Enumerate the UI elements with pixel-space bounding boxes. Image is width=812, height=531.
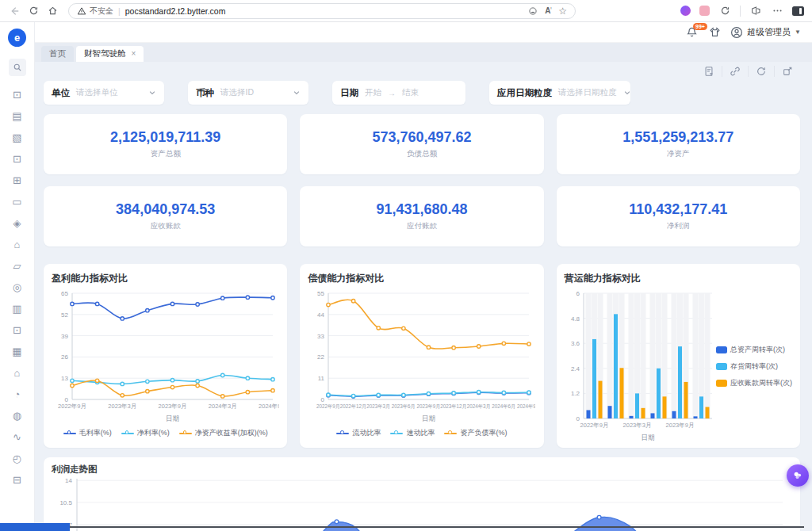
sidebar-item-chart-image-icon[interactable]: ▧	[0, 127, 35, 148]
sidebar-item-wallet-icon[interactable]: ▭	[0, 191, 35, 212]
assistant-float-button[interactable]	[787, 464, 809, 487]
legend-item[interactable]: 毛利率(%)	[63, 428, 112, 438]
svg-text:14: 14	[65, 477, 72, 484]
svg-text:2022年9月: 2022年9月	[316, 403, 340, 410]
stat-label: 应付账款	[407, 221, 437, 231]
stat-card: 384,040,974.53应收账款	[44, 186, 287, 246]
sidebar-item-shield-icon[interactable]: ◈	[0, 212, 35, 234]
legend-label: 总资产周转率(次)	[730, 345, 785, 355]
svg-text:2024年6月: 2024年6月	[492, 403, 516, 410]
notification-badge: 99+	[693, 23, 707, 30]
svg-text:2022年9月: 2022年9月	[58, 403, 86, 410]
sidebar-item-globe-icon[interactable]: ◍	[0, 405, 35, 426]
refresh-button[interactable]	[748, 66, 774, 77]
share-link-button[interactable]	[722, 66, 748, 77]
sidebar-item-bank-icon[interactable]: ⌂	[0, 234, 35, 255]
svg-text:39: 39	[61, 333, 68, 340]
date-range-picker[interactable]: 日期 开始 → 结束	[332, 81, 465, 105]
sidebar-item-monitor-icon[interactable]: ⊡	[0, 84, 35, 105]
sidebar-item-calendar-icon[interactable]: ▦	[0, 341, 35, 362]
sidebar-item-monitor-icon[interactable]: ⊡	[0, 148, 35, 170]
fullscreen-button[interactable]	[774, 66, 800, 77]
currency-select[interactable]: 币种 请选择ID	[188, 81, 308, 105]
read-aloud-icon[interactable]: Aᵎ	[545, 6, 551, 15]
chevron-down-icon	[623, 86, 631, 100]
sidebar-item-compass-icon[interactable]: ◔	[0, 384, 35, 405]
chart-title: 营运能力指标对比	[565, 272, 792, 285]
legend-marker-dot	[394, 430, 398, 434]
home-icon[interactable]	[46, 5, 59, 17]
svg-text:65: 65	[61, 290, 68, 297]
report-config-button[interactable]	[696, 66, 722, 77]
legend-marker	[179, 433, 192, 434]
svg-text:2023年3月: 2023年3月	[367, 403, 391, 410]
tracking-icon[interactable]	[528, 6, 538, 16]
copilot-sidebar-icon[interactable]	[792, 6, 804, 16]
svg-text:10.5: 10.5	[59, 499, 72, 506]
sidebar-item-coin-icon[interactable]: ◎	[0, 277, 35, 298]
sidebar-item-trend-icon[interactable]: ∿	[0, 426, 35, 448]
security-warning[interactable]: 不安全	[77, 6, 113, 17]
legend-item[interactable]: 净资产收益率(加权)(%)	[179, 428, 268, 438]
sidebar-item-gauge-icon[interactable]: ◴	[0, 448, 35, 469]
extension-refresh-icon[interactable]	[718, 5, 731, 17]
legend-item[interactable]: 总资产周转率(次)	[716, 345, 792, 355]
back-icon[interactable]	[8, 5, 21, 17]
split-screen-icon[interactable]	[749, 5, 762, 17]
app-logo: e	[8, 29, 26, 47]
granularity-select[interactable]: 应用日期粒度 请选择日期粒度	[489, 81, 630, 105]
granularity-label: 应用日期粒度	[497, 87, 552, 99]
tab-label: 财智驾驶舱	[84, 48, 126, 59]
legend-item[interactable]: 应收账款周转率(次)	[716, 378, 792, 388]
sidebar-item-app-grid-icon[interactable]: ⊞	[0, 170, 35, 191]
legend-marker-dot	[183, 430, 187, 434]
legend-marker-dot	[340, 430, 344, 434]
sidebar-item-document-icon[interactable]: ▤	[0, 105, 35, 127]
extension-pink-icon[interactable]	[699, 6, 710, 16]
content-area: 单位 请选择单位 币种 请选择ID 日期 开始 → 结束 应用日期粒度	[35, 62, 812, 531]
sidebar-item-monitor-icon[interactable]: ⊡	[0, 319, 35, 341]
sidebar-item-org-tree-icon[interactable]: ⊟	[0, 469, 35, 491]
avatar-icon	[730, 26, 743, 39]
sidebar-item-user-file-icon[interactable]: ▥	[0, 298, 35, 319]
svg-text:33: 33	[317, 333, 324, 340]
stat-card: 573,760,497.62负债总额	[300, 114, 543, 174]
legend-marker-dot	[67, 430, 71, 434]
sidebar-item-ticket-icon[interactable]: ▱	[0, 255, 35, 277]
legend-item[interactable]: 存货周转率(次)	[716, 361, 792, 372]
tab-home[interactable]: 首页	[41, 46, 74, 62]
unit-select[interactable]: 单位 请选择单位	[44, 81, 164, 105]
svg-text:2023年3月: 2023年3月	[622, 422, 651, 429]
tab-close-icon[interactable]: ×	[132, 50, 136, 58]
svg-text:2022年9月: 2022年9月	[580, 422, 608, 429]
tab-dashboard[interactable]: 财智驾驶舱×	[76, 46, 144, 62]
browser-menu-icon[interactable]	[771, 5, 783, 17]
svg-text:2023年3月: 2023年3月	[108, 403, 136, 410]
notifications-button[interactable]: 99+	[686, 26, 699, 39]
reload-icon[interactable]	[27, 5, 40, 17]
svg-text:2023年9月: 2023年9月	[417, 403, 441, 410]
stat-label: 应收账款	[151, 221, 181, 231]
legend-item[interactable]: 资产负债率(%)	[444, 428, 507, 438]
favorite-star-icon[interactable]: ☆	[558, 6, 567, 17]
sidebar-search-button[interactable]	[9, 59, 26, 76]
browser-chrome: 不安全 | pocstandard2.t2.bytter.com Aᵎ ☆	[0, 0, 812, 22]
filter-bar: 单位 请选择单位 币种 请选择ID 日期 开始 → 结束 应用日期粒度	[44, 81, 800, 105]
address-bar[interactable]: 不安全 | pocstandard2.t2.bytter.com Aᵎ ☆	[68, 3, 576, 19]
user-menu[interactable]: 超级管理员 ▼	[730, 26, 801, 39]
theme-skin-button[interactable]	[708, 26, 721, 39]
legend-marker	[444, 433, 457, 434]
svg-text:2023年12月: 2023年12月	[441, 403, 468, 410]
svg-text:4.8: 4.8	[571, 315, 580, 323]
extension-purple-icon[interactable]	[680, 6, 691, 16]
svg-text:日期: 日期	[166, 414, 179, 422]
legend-item[interactable]: 流动比率	[336, 428, 381, 438]
main-area: 99+ 超级管理员 ▼ 首页财智驾驶舱×	[35, 22, 812, 531]
sidebar-item-home-icon[interactable]: ⌂	[0, 362, 35, 384]
legend-item[interactable]: 速动比率	[390, 428, 435, 438]
svg-text:2024年9月: 2024年9月	[517, 403, 535, 410]
svg-text:2023年6月: 2023年6月	[392, 403, 416, 410]
svg-text:13: 13	[61, 375, 68, 382]
svg-text:22: 22	[317, 353, 324, 361]
legend-item[interactable]: 净利率(%)	[121, 428, 170, 438]
